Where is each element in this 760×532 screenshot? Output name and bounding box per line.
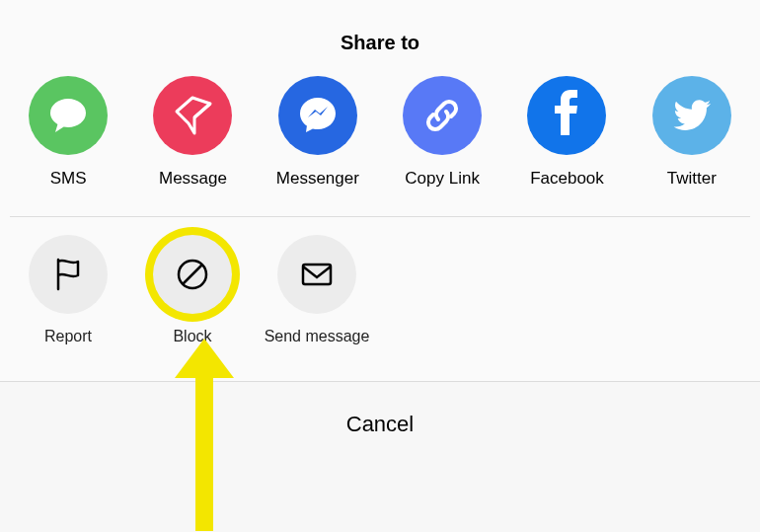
messenger-icon [278,76,357,155]
share-sheet: Share to SMS Message Messenger [0,0,760,481]
share-row: SMS Message Messenger C [0,76,760,216]
link-icon [403,76,482,155]
svg-line-2 [183,265,202,284]
share-label: Twitter [667,169,717,189]
action-label: Send message [265,328,370,345]
share-sms[interactable]: SMS [6,76,130,189]
svg-line-0 [194,104,210,117]
share-label: Message [159,169,227,189]
share-title: Share to [0,0,760,76]
message-icon [153,76,232,155]
twitter-icon [652,76,731,155]
facebook-icon [527,76,606,155]
envelope-icon [277,235,356,314]
block-icon [153,235,232,314]
share-label: Facebook [530,169,604,189]
share-messenger[interactable]: Messenger [256,76,380,189]
action-send-message[interactable]: Send message [255,235,379,345]
action-block[interactable]: Block [130,235,255,345]
action-label: Report [44,328,92,345]
share-label: SMS [50,169,87,189]
share-copy-link[interactable]: Copy Link [380,76,504,189]
share-facebook[interactable]: Facebook [504,76,629,189]
share-message[interactable]: Message [130,76,255,189]
action-label: Block [173,328,211,345]
action-report[interactable]: Report [6,235,130,345]
svg-rect-3 [303,265,331,284]
action-row: Report Block Send message [0,217,760,381]
share-label: Copy Link [405,169,480,189]
cancel-label: Cancel [346,412,414,436]
share-twitter[interactable]: Twitter [630,76,754,189]
share-label: Messenger [276,169,359,189]
sms-icon [29,76,108,155]
flag-icon [29,235,108,314]
cancel-button[interactable]: Cancel [0,381,760,481]
